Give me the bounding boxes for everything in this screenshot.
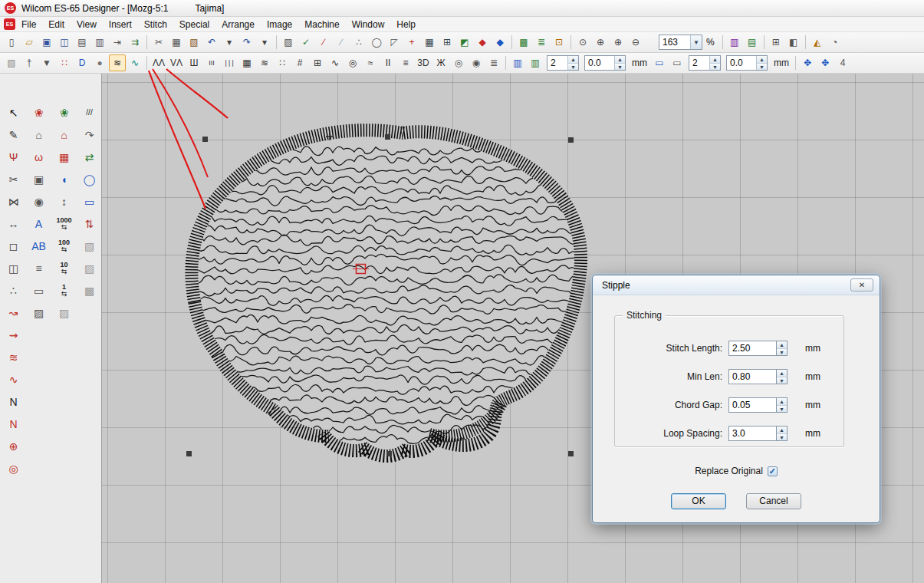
stipple-outline-icon[interactable]: ∿: [127, 54, 143, 71]
3d-effect-icon[interactable]: 3D: [415, 54, 432, 71]
design-window-icon[interactable]: ⊡: [551, 34, 567, 51]
spin-down-icon[interactable]: ▼: [710, 63, 720, 70]
spacing-value[interactable]: 0.0: [585, 58, 614, 68]
spin-down-icon[interactable]: ▼: [777, 405, 787, 412]
menu-item-stitch[interactable]: Stitch: [138, 18, 173, 31]
spin-up-icon[interactable]: ▲: [777, 341, 787, 348]
stitch-player-icon[interactable]: ▩: [515, 34, 532, 51]
travel-100-icon[interactable]: 100⇆: [54, 236, 74, 256]
zigzag-stitch-icon[interactable]: VΛ: [168, 54, 185, 71]
e-stitch-icon[interactable]: Ш: [186, 54, 202, 71]
spin-up-icon[interactable]: ▲: [757, 56, 767, 63]
donut-stitch-icon[interactable]: ◉: [468, 54, 485, 71]
travel-1-icon[interactable]: 1⇆: [54, 281, 74, 301]
trapunto-icon[interactable]: ≣: [485, 54, 502, 71]
chord-gap-input[interactable]: [728, 397, 776, 413]
stamp-icon[interactable]: ▣: [28, 170, 49, 189]
layout-4-icon[interactable]: 4: [834, 54, 851, 71]
needle-detail-icon[interactable]: †: [21, 54, 38, 71]
spin-up-icon[interactable]: ▲: [615, 56, 625, 63]
hoop-layout-icon[interactable]: ◻: [3, 236, 24, 256]
zoom-tool-icon[interactable]: ⊙: [574, 34, 591, 51]
min-len-input[interactable]: [728, 369, 776, 384]
lettering-tool-icon[interactable]: A: [28, 214, 49, 234]
circle-fill-icon[interactable]: ●: [91, 54, 108, 71]
insert-design-icon[interactable]: ◫: [56, 34, 73, 51]
spacing-count-value[interactable]: 2: [547, 58, 567, 68]
selection-handle[interactable]: [386, 451, 392, 456]
length-value-spinner[interactable]: 0.0 ▲▼: [726, 55, 768, 71]
stitch-length-spinner[interactable]: ▲▼: [776, 341, 788, 356]
funnel-icon[interactable]: ▼: [38, 54, 55, 71]
document-icon[interactable]: ES: [4, 18, 15, 30]
undo-dropdown-icon[interactable]: ▾: [221, 34, 238, 51]
spin-up-icon[interactable]: ▲: [777, 427, 787, 433]
checker-select-icon[interactable]: ▨: [280, 34, 297, 51]
ellipse-select-icon[interactable]: ◯: [368, 34, 385, 51]
print-preview-icon[interactable]: ▥: [91, 34, 108, 51]
pan-move-icon[interactable]: ✥: [799, 54, 816, 71]
remove-overlap-icon[interactable]: ◔: [827, 34, 843, 51]
bitmap-blue-icon[interactable]: ◆: [492, 34, 508, 51]
needle-target-icon[interactable]: +: [403, 34, 420, 51]
length-value[interactable]: 0.0: [727, 58, 756, 68]
morphing-icon[interactable]: ◭: [809, 34, 826, 51]
spin-down-icon[interactable]: ▼: [568, 63, 578, 70]
gradient-disabled-icon[interactable]: ▧: [79, 236, 100, 256]
bitmap-red-icon[interactable]: ◆: [474, 34, 491, 51]
color-film-icon[interactable]: ▥: [726, 34, 743, 51]
ok-button[interactable]: OK: [671, 493, 726, 509]
weave-fill-icon[interactable]: ▦: [238, 54, 255, 71]
spin-down-icon[interactable]: ▼: [777, 433, 787, 440]
pattern-stamp-icon[interactable]: ▨: [28, 303, 49, 323]
loop-spacing-spinner[interactable]: ▲▼: [776, 426, 788, 441]
arc-tool-icon[interactable]: ↷: [79, 125, 100, 145]
nudge-move-icon[interactable]: ✥: [817, 54, 834, 71]
menu-item-machine[interactable]: Machine: [298, 18, 345, 31]
grid-patch-icon[interactable]: ▦: [54, 147, 74, 167]
penetration-tool-icon[interactable]: ∴: [3, 281, 24, 301]
applique-icon[interactable]: ⌂: [28, 125, 49, 145]
menu-item-help[interactable]: Help: [390, 18, 422, 31]
wave-fill-icon[interactable]: ≈: [362, 54, 379, 71]
spin-up-icon[interactable]: ▲: [777, 370, 787, 377]
contour-fill-icon[interactable]: ∿: [327, 54, 344, 71]
tatami-stitch-icon[interactable]: ΙΙΙ: [203, 54, 220, 71]
knife-tool-icon[interactable]: ✂: [3, 170, 24, 189]
zoom-combobox[interactable]: 163 ▼: [659, 35, 702, 50]
grid-fill-icon[interactable]: ⊞: [309, 54, 326, 71]
scatter-fill-icon[interactable]: ∷: [274, 54, 291, 71]
stitch-angle-red-icon[interactable]: ∕: [315, 34, 332, 51]
copy-icon[interactable]: ▦: [168, 34, 185, 51]
reshape-tool-icon[interactable]: ✎: [3, 125, 24, 145]
ellipse-tool-icon[interactable]: ◯: [79, 170, 100, 189]
needle-travel-icon[interactable]: ↕: [54, 192, 74, 212]
underlay-manual-icon[interactable]: ▥: [527, 54, 544, 71]
open-folder-icon[interactable]: ▱: [21, 34, 38, 51]
lines-stitch-icon[interactable]: ≡: [397, 54, 414, 71]
write-to-machine-icon[interactable]: ⇉: [127, 34, 143, 51]
spin-down-icon[interactable]: ▼: [757, 63, 767, 70]
save-icon[interactable]: ▣: [38, 34, 55, 51]
row-fill-icon[interactable]: ∣∣∣: [221, 54, 238, 71]
slow-redraw-icon[interactable]: ≣: [533, 34, 550, 51]
cross-fill-icon[interactable]: #: [291, 54, 308, 71]
undo-icon[interactable]: ↶: [203, 34, 220, 51]
travel-10-icon[interactable]: 10⇆: [54, 259, 74, 278]
length-count-spinner[interactable]: 2 ▲▼: [689, 55, 721, 71]
replace-original-checkbox[interactable]: ✓: [768, 466, 778, 476]
texture-disabled-icon[interactable]: ▨: [79, 259, 100, 278]
min-len-spinner[interactable]: ▲▼: [776, 369, 788, 384]
push-comp-icon[interactable]: ▭: [669, 54, 686, 71]
chord-gap-spinner[interactable]: ▲▼: [776, 397, 788, 413]
menu-item-view[interactable]: View: [71, 18, 103, 31]
menu-item-arrange[interactable]: Arrange: [215, 18, 261, 31]
curved-run-icon[interactable]: N: [3, 414, 24, 434]
jump-stitch-icon[interactable]: ↝: [3, 303, 24, 323]
measure-tool-icon[interactable]: ↔: [3, 214, 24, 234]
zoom-box-icon[interactable]: ⊕: [610, 34, 626, 51]
close-icon[interactable]: ✕: [850, 278, 873, 292]
overlap-tool-icon[interactable]: ◫: [3, 259, 24, 278]
spin-up-icon[interactable]: ▲: [710, 56, 720, 63]
closest-join-icon[interactable]: ⊕: [3, 436, 24, 456]
